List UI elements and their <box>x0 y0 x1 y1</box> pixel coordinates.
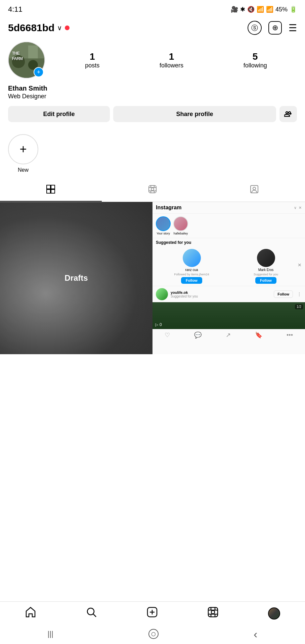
sc-list-sub: Suggested for you <box>171 294 271 298</box>
sc-user-2-avatar <box>257 249 275 267</box>
nav-home[interactable] <box>25 606 36 621</box>
battery-level: 45% <box>275 6 288 13</box>
chevron-down-icon[interactable]: ∨ <box>57 24 62 32</box>
svg-rect-2 <box>28 46 38 59</box>
sc-more-icon: ⋮ <box>297 291 302 297</box>
menu-icon[interactable]: ☰ <box>289 22 297 34</box>
bottom-nav <box>0 601 305 624</box>
profile-info: Ethan Smith Web Designer <box>8 85 297 100</box>
sc-more-bottom-icon: ••• <box>287 332 293 339</box>
drafts-item[interactable]: Drafts <box>0 202 152 354</box>
signal-icon: 📶 <box>266 6 273 13</box>
nav-profile[interactable] <box>268 607 280 620</box>
nav-icons: ⓢ ⊕ ☰ <box>248 21 297 35</box>
followers-label: followers <box>160 62 183 69</box>
sc-chevron: ∨ <box>294 206 297 210</box>
screenshot-content: Instagram ∨ ✕ Your story hallebailey Sug… <box>152 202 305 354</box>
add-friend-button[interactable] <box>279 106 297 122</box>
status-time: 4:11 <box>8 5 23 14</box>
drafts-label: Drafts <box>64 273 88 283</box>
sc-friend-story: hallebailey <box>173 216 188 235</box>
battery-icon: 🎥 <box>231 6 238 13</box>
username[interactable]: 5d6681bd <box>8 22 54 34</box>
sc-user-2: Mark Eros Suggested for you Follow <box>230 249 302 284</box>
sc-your-story: Your story <box>156 216 171 235</box>
tab-reels[interactable] <box>102 180 204 202</box>
username-area[interactable]: 5d6681bd ∨ <box>8 22 70 34</box>
sc-list-item: youlife.ok Suggested for you Follow ⋮ <box>152 286 305 302</box>
svg-line-24 <box>93 614 96 617</box>
sc-list-avatar <box>156 288 168 300</box>
profile-stats: 1 posts 1 followers 5 following <box>55 51 297 69</box>
nav-add[interactable] <box>146 606 158 621</box>
sc-user-2-name: Mark Eros <box>258 268 274 272</box>
svg-rect-10 <box>51 185 55 189</box>
sc-play-area: ▷ 0 <box>155 322 162 327</box>
sc-stories: Your story hallebailey <box>152 214 305 238</box>
sc-share-icon: ↗ <box>226 331 231 339</box>
posts-stat[interactable]: 1 posts <box>85 51 99 69</box>
sc-video-thumb: ▷ 0 1/2 <box>152 302 305 329</box>
profile-bio: Web Designer <box>8 93 297 100</box>
tab-tagged[interactable] <box>203 180 305 202</box>
avatar-add-icon[interactable]: + <box>34 67 44 77</box>
sc-user-2-sub: Suggested for you <box>254 273 278 276</box>
mute-icon: 🔇 <box>247 6 255 13</box>
sc-app-title: Instagram <box>156 205 181 211</box>
sc-close: ✕ <box>299 206 302 210</box>
sc-comment-icon: 💬 <box>194 331 202 339</box>
profile-top: THE FARM + 1 posts 1 followers 5 followi… <box>8 42 297 78</box>
nav-search[interactable] <box>86 606 97 621</box>
svg-point-29 <box>211 610 215 614</box>
android-back-btn[interactable]: ‹ <box>254 628 257 641</box>
sc-list-follow-btn[interactable]: Follow <box>274 290 293 298</box>
profile-name: Ethan Smith <box>8 85 297 92</box>
status-bar: 4:11 🎥 ✱ 🔇 📶 📶 45% 🔋 <box>0 0 305 17</box>
tab-grid[interactable] <box>0 180 102 202</box>
share-profile-button[interactable]: Share profile <box>113 106 276 122</box>
edit-profile-button[interactable]: Edit profile <box>8 106 110 122</box>
sc-follow-btn-1[interactable]: Follow <box>181 277 202 284</box>
svg-point-14 <box>151 188 154 191</box>
battery-symbol: 🔋 <box>290 6 297 13</box>
tab-bar <box>0 180 305 202</box>
new-story-circle[interactable]: + <box>8 134 38 164</box>
tagged-icon <box>250 184 259 196</box>
sc-user-1: ranz cua Followed by items.jhem24 Follow <box>156 249 227 284</box>
android-nav: ||| ○ ‹ <box>0 624 305 644</box>
followers-stat[interactable]: 1 followers <box>160 51 183 69</box>
posts-label: posts <box>85 62 99 69</box>
android-home-btn[interactable]: ○ <box>148 629 159 639</box>
posts-count: 1 <box>85 51 99 62</box>
threads-icon[interactable]: ⓢ <box>248 21 262 35</box>
home-icon <box>25 606 36 621</box>
screenshot-item[interactable]: Instagram ∨ ✕ Your story hallebailey Sug… <box>152 202 305 354</box>
sc-video-count: 0 <box>160 322 162 327</box>
sc-video-badge: 1/2 <box>295 304 303 309</box>
stories-row: + New <box>0 134 305 180</box>
sc-users-row: ranz cua Followed by items.jhem24 Follow… <box>152 247 305 286</box>
new-story-item[interactable]: + New <box>8 134 38 173</box>
svg-rect-9 <box>47 185 50 189</box>
sc-list-info: youlife.ok Suggested for you <box>171 290 271 298</box>
profile-section: THE FARM + 1 posts 1 followers 5 followi… <box>0 38 305 134</box>
add-story-icon: + <box>19 142 27 156</box>
sc-follow-btn-2[interactable]: Follow <box>255 277 276 284</box>
svg-rect-12 <box>51 190 55 193</box>
svg-point-22 <box>253 187 256 190</box>
nav-reels[interactable] <box>207 606 219 621</box>
bluetooth-icon: ✱ <box>240 6 245 13</box>
add-post-icon[interactable]: ⊕ <box>268 21 282 35</box>
sc-list-name: youlife.ok <box>171 290 271 294</box>
action-buttons: Edit profile Share profile <box>8 106 297 122</box>
sc-header: Instagram ∨ ✕ <box>152 202 305 214</box>
sc-user-1-avatar <box>183 249 201 267</box>
android-menu-btn[interactable]: ||| <box>48 630 53 638</box>
following-label: following <box>244 62 267 69</box>
sc-friend-story-label: hallebailey <box>174 232 188 235</box>
svg-rect-11 <box>47 190 50 193</box>
sc-close-x: ✕ <box>298 262 302 268</box>
following-count: 5 <box>244 51 267 62</box>
following-stat[interactable]: 5 following <box>244 51 267 69</box>
avatar-wrap[interactable]: THE FARM + <box>8 42 45 78</box>
